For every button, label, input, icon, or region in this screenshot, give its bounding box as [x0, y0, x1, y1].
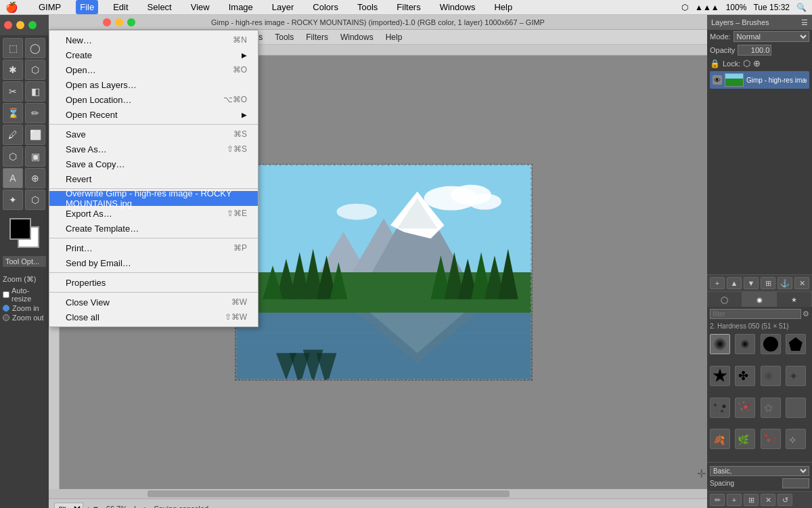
- menu-item-close-all[interactable]: Close all ⇧⌘W: [49, 310, 258, 324]
- tool-gradient[interactable]: ▣: [25, 146, 45, 167]
- horizontal-scrollbar[interactable]: [49, 489, 707, 499]
- menu-item-save[interactable]: Save ⌘S: [49, 127, 258, 142]
- menubar-file[interactable]: File: [76, 0, 98, 14]
- tool-heal[interactable]: ✦: [3, 190, 23, 210]
- menubar-colors[interactable]: Colors: [309, 0, 342, 14]
- menubar-filters[interactable]: Filters: [392, 0, 424, 14]
- brush-item[interactable]: [735, 398, 755, 418]
- unit-selector[interactable]: px mm cm ▲▼: [54, 503, 99, 508]
- brush-item[interactable]: ⟡: [786, 429, 806, 449]
- brush-item[interactable]: [761, 429, 781, 449]
- tool-foreground-select[interactable]: ◧: [25, 81, 45, 102]
- tool-paint[interactable]: 🖊: [3, 125, 23, 145]
- brush-item[interactable]: [710, 334, 730, 354]
- foreground-color[interactable]: [9, 218, 31, 240]
- tab-brushes-icon1[interactable]: ◯: [707, 292, 742, 307]
- zoom-in-radio[interactable]: [3, 305, 9, 312]
- menubar-select[interactable]: Select: [143, 0, 176, 14]
- brush-item[interactable]: 🌿: [735, 429, 755, 449]
- brush-item[interactable]: [710, 366, 730, 386]
- zoom-direction-in[interactable]: Zoom in: [3, 304, 46, 312]
- menu-item-new[interactable]: New… ⌘N: [49, 33, 258, 47]
- zoom-out-radio[interactable]: [3, 314, 9, 321]
- menubar-layer[interactable]: Layer: [268, 0, 298, 14]
- brush-item[interactable]: [761, 334, 781, 354]
- menu-item-send-email[interactable]: Send by Email…: [49, 255, 258, 270]
- brush-item[interactable]: [735, 334, 755, 354]
- menubar-gimp[interactable]: GIMP: [35, 0, 65, 14]
- menu-item-overwrite[interactable]: Overwrite Gimp - high-res image - ROCKY …: [49, 191, 258, 206]
- canvas-menu-help[interactable]: Help: [384, 33, 405, 42]
- menubar-help[interactable]: Help: [490, 0, 516, 14]
- tool-text[interactable]: A: [3, 168, 23, 188]
- new-brush-button[interactable]: +: [727, 494, 742, 506]
- menubar-view[interactable]: View: [187, 0, 214, 14]
- tool-free-select[interactable]: ✱: [3, 60, 23, 80]
- brush-filter-input[interactable]: [710, 309, 801, 319]
- spacing-input[interactable]: 10.0: [782, 478, 809, 488]
- minimize-button[interactable]: [16, 21, 24, 29]
- edit-brush-button[interactable]: ✏: [710, 494, 725, 506]
- canvas-menu-filters[interactable]: Filters: [304, 33, 330, 42]
- zoom-direction-out[interactable]: Zoom out: [3, 314, 46, 322]
- brush-filter-icon[interactable]: ⚙: [803, 310, 809, 318]
- auto-resize-checkbox[interactable]: [3, 291, 9, 298]
- duplicate-brush-button[interactable]: ⊞: [744, 494, 759, 506]
- menu-item-print[interactable]: Print… ⌘P: [49, 240, 258, 255]
- lock-pos-icon[interactable]: ⊕: [753, 58, 761, 68]
- menu-item-save-as[interactable]: Save As… ⇧⌘S: [49, 142, 258, 156]
- canvas-minimize-button[interactable]: [115, 18, 123, 26]
- brush-item[interactable]: 🍂: [710, 429, 730, 449]
- menu-item-open[interactable]: Open… ⌘O: [49, 62, 258, 77]
- menubar-tools[interactable]: Tools: [353, 0, 382, 14]
- close-button[interactable]: [4, 21, 12, 29]
- duplicate-layer-button[interactable]: ⊞: [761, 277, 775, 289]
- menubar-image[interactable]: Image: [225, 0, 257, 14]
- menu-item-revert[interactable]: Revert: [49, 171, 258, 186]
- tool-pencil[interactable]: ✏: [25, 103, 45, 123]
- menu-item-properties[interactable]: Properties: [49, 275, 258, 290]
- tool-clone[interactable]: ⊕: [25, 168, 45, 188]
- layer-item[interactable]: 👁 Gimp - high-res image -: [710, 71, 809, 89]
- menu-item-open-layers[interactable]: Open as Layers…: [49, 77, 258, 92]
- menu-item-save-copy[interactable]: Save a Copy…: [49, 156, 258, 171]
- menu-item-open-recent[interactable]: Open Recent ▶: [49, 107, 258, 122]
- tool-paths[interactable]: ⌛: [3, 103, 23, 123]
- brush-item[interactable]: ❋: [761, 366, 781, 386]
- brush-item[interactable]: ✤: [735, 366, 755, 386]
- refresh-brushes-button[interactable]: ↺: [777, 494, 792, 506]
- raise-layer-button[interactable]: ▲: [727, 277, 742, 289]
- menu-item-create-template[interactable]: Create Template…: [49, 221, 258, 236]
- delete-layer-button[interactable]: ✕: [794, 277, 809, 289]
- layer-visibility-toggle[interactable]: 👁: [713, 75, 722, 85]
- maximize-button[interactable]: [28, 21, 37, 29]
- mode-select[interactable]: Normal Multiply Screen: [734, 31, 809, 42]
- brush-item[interactable]: [710, 398, 730, 418]
- tab-brushes-icon3[interactable]: ★: [777, 292, 812, 307]
- tab-brushes-icon2[interactable]: ◉: [742, 292, 777, 307]
- scrollbar-thumb-h[interactable]: [148, 490, 510, 497]
- file-menu-dropdown[interactable]: New… ⌘N Create ▶ Open… ⌘O Open as Layers…: [49, 30, 258, 327]
- brush-item[interactable]: [786, 334, 806, 354]
- lower-layer-button[interactable]: ▼: [744, 277, 759, 289]
- brush-preset-select[interactable]: Basic, Advanced: [710, 466, 809, 476]
- tool-ellipse-select[interactable]: ◯: [25, 38, 45, 58]
- tool-perspective[interactable]: ⬡: [25, 190, 45, 210]
- menu-item-export-as[interactable]: Export As… ⇧⌘E: [49, 206, 258, 221]
- canvas-maximize-button[interactable]: [127, 18, 135, 26]
- anchor-layer-button[interactable]: ⚓: [777, 277, 792, 289]
- brush-item[interactable]: ✿: [761, 398, 781, 418]
- new-layer-button[interactable]: +: [710, 277, 725, 289]
- unit-select[interactable]: px mm cm: [54, 503, 83, 508]
- brush-item[interactable]: ✦: [786, 366, 806, 386]
- menu-item-close-view[interactable]: Close View ⌘W: [49, 295, 258, 310]
- canvas-menu-tools[interactable]: Tools: [273, 33, 296, 42]
- tool-eraser[interactable]: ⬜: [25, 125, 45, 145]
- search-icon[interactable]: 🔍: [796, 3, 807, 12]
- tool-bucket[interactable]: ⬡: [3, 146, 23, 167]
- tool-fuzzy-select[interactable]: ⬡: [25, 60, 45, 80]
- canvas-menu-windows[interactable]: Windows: [338, 33, 376, 42]
- menu-item-open-location[interactable]: Open Location… ⌥⌘O: [49, 92, 258, 107]
- apple-menu[interactable]: 🍎: [5, 1, 18, 14]
- menubar-edit[interactable]: Edit: [109, 0, 132, 14]
